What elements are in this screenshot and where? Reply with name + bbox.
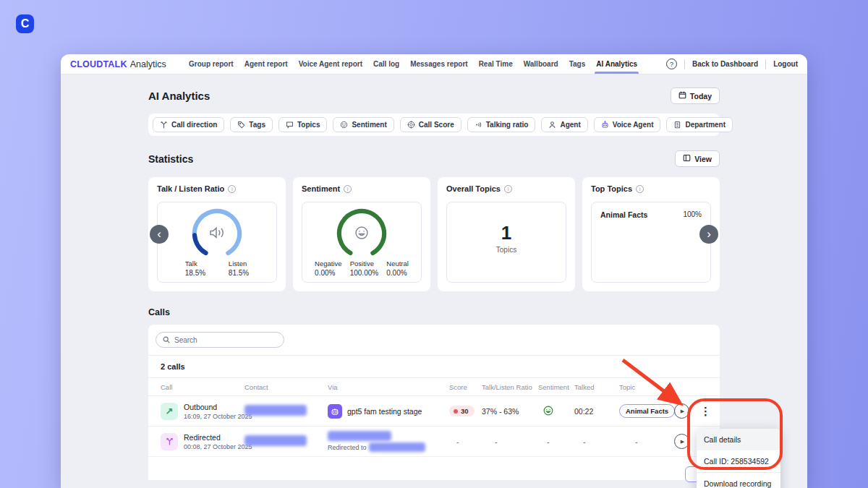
redacted-contact <box>244 435 307 446</box>
topic-badge: Animal Facts <box>619 404 675 418</box>
filter-topics[interactable]: Topics <box>278 117 327 132</box>
filter-agent[interactable]: Agent <box>541 117 587 132</box>
filter-department[interactable]: Department <box>666 117 733 132</box>
nav-messages-report[interactable]: Messages report <box>410 54 467 74</box>
calls-panel: 2 calls Call Contact Via Score Talk/List… <box>148 325 720 480</box>
menu-download-recording[interactable]: Download recording <box>697 473 780 488</box>
help-icon[interactable]: ? <box>666 59 677 69</box>
filter-talking-ratio[interactable]: Talking ratio <box>467 117 536 132</box>
filter-sentiment[interactable]: Sentiment <box>333 117 393 132</box>
card-title: Top Topics <box>591 184 632 193</box>
filter-voice-agent[interactable]: Voice Agent <box>594 117 661 132</box>
redacted-contact <box>244 405 307 416</box>
info-icon[interactable]: i <box>344 185 352 193</box>
col-talked: Talked <box>574 383 619 391</box>
nav-call-log[interactable]: Call log <box>373 54 399 74</box>
filter-call-direction[interactable]: Call direction <box>153 117 224 132</box>
top-topic-value: 100% <box>683 210 702 219</box>
sentiment-empty: - <box>538 437 574 446</box>
info-icon[interactable]: i <box>228 185 236 193</box>
card-title: Sentiment <box>302 184 340 193</box>
menu-call-id[interactable]: Call ID: 258534592 <box>697 450 780 472</box>
nav-real-time[interactable]: Real Time <box>479 54 513 74</box>
view-button[interactable]: View <box>675 150 720 167</box>
nav-voice-agent-report[interactable]: Voice Agent report <box>299 54 362 74</box>
sentiment-card: Sentiment i <box>293 177 430 291</box>
call-row-redirected[interactable]: Redirected 00:08, 27 October 2025 Redire… <box>148 427 720 457</box>
talk-label: Talk <box>185 260 205 267</box>
call-datetime: 00:08, 27 October 2025 <box>184 443 252 450</box>
date-range-button[interactable]: Today <box>671 87 720 104</box>
col-ratio: Talk/Listen Ratio <box>482 383 538 391</box>
calendar-icon <box>678 91 686 100</box>
col-contact: Contact <box>244 383 328 391</box>
smiley-icon <box>354 225 370 244</box>
col-call: Call <box>148 383 244 391</box>
positive-value: 100.00% <box>350 269 378 277</box>
talk-listen-value: 37% - 63% <box>482 407 538 416</box>
cloudtalk-app-icon[interactable]: C <box>16 14 34 33</box>
talked-duration: 00:22 <box>574 407 619 416</box>
score-badge: 30 <box>449 406 475 416</box>
overall-topics-card: Overall Topics i 1 Topics <box>438 177 575 291</box>
redirected-to-label: Redirected to <box>328 444 367 451</box>
call-score-icon <box>407 121 415 129</box>
speaker-icon <box>209 226 225 242</box>
calls-table-header: Call Contact Via Score Talk/Listen Ratio… <box>148 377 720 396</box>
topics-count: 1 <box>501 222 511 244</box>
top-navbar: CLOUDTALK Analytics Group report Agent r… <box>61 54 807 74</box>
info-icon[interactable]: i <box>636 185 644 193</box>
score-dot-icon <box>454 409 458 414</box>
nav-group-report[interactable]: Group report <box>189 54 234 74</box>
carousel-prev-button[interactable]: ‹ <box>150 225 169 244</box>
card-title: Overall Topics <box>446 184 501 193</box>
talk-listen-gauge <box>187 207 247 260</box>
call-row-outbound[interactable]: ↗ Outbound 16:09, 27 October 2025 <box>148 396 720 427</box>
menu-call-details[interactable]: Call details <box>697 429 780 450</box>
sentiment-gauge <box>331 207 392 260</box>
search-input[interactable] <box>174 336 268 344</box>
listen-value: 81.5% <box>229 269 249 277</box>
neutral-label: Neutral <box>386 260 409 267</box>
department-icon <box>673 121 681 129</box>
ratio-empty: - <box>482 437 538 446</box>
sentiment-positive-icon <box>538 405 574 418</box>
statistics-title: Statistics <box>148 153 193 165</box>
talk-value: 18.5% <box>185 269 205 277</box>
info-icon[interactable]: i <box>504 185 512 193</box>
redacted-redirect-target <box>369 442 425 452</box>
nav-agent-report[interactable]: Agent report <box>244 54 288 74</box>
calls-title: Calls <box>148 307 720 317</box>
voice-agent-avatar-icon <box>328 404 342 419</box>
agent-icon <box>548 121 556 129</box>
filter-tags[interactable]: Tags <box>230 117 273 132</box>
nav-ai-analytics[interactable]: AI Analytics <box>596 54 637 74</box>
search-box <box>156 332 284 348</box>
carousel-next-button[interactable]: › <box>699 225 718 244</box>
nav-wallboard[interactable]: Wallboard <box>524 54 558 74</box>
nav-right-controls: ? Back to Dashboard Logout <box>666 54 798 74</box>
play-recording-button[interactable]: ▶ <box>674 403 689 419</box>
card-title: Talk / Listen Ratio <box>157 184 224 193</box>
neutral-value: 0.00% <box>386 269 409 277</box>
negative-label: Negative <box>315 260 342 267</box>
topics-count-label: Topics <box>496 246 516 254</box>
call-direction-icon <box>160 121 168 129</box>
play-recording-button[interactable]: ▶ <box>674 434 689 449</box>
page-title: AI Analytics <box>148 90 210 102</box>
talking-ratio-icon <box>475 121 482 129</box>
brand[interactable]: CLOUDTALK Analytics <box>70 54 189 74</box>
positive-label: Positive <box>350 260 378 267</box>
nav-tags[interactable]: Tags <box>569 54 586 74</box>
listen-label: Listen <box>229 260 249 267</box>
topic-empty: - <box>619 437 674 446</box>
divider <box>684 59 685 69</box>
analytics-window: CLOUDTALK Analytics Group report Agent r… <box>61 54 807 488</box>
logout-link[interactable]: Logout <box>773 60 798 68</box>
row-actions-kebab-icon[interactable]: ⋮ <box>695 405 716 418</box>
brand-logo-text: CLOUDTALK <box>70 59 127 69</box>
call-datetime: 16:09, 27 October 2025 <box>184 413 252 420</box>
back-to-dashboard-link[interactable]: Back to Dashboard <box>692 60 758 68</box>
filter-call-score[interactable]: Call Score <box>400 117 461 132</box>
top-topic-name: Animal Facts <box>600 210 647 219</box>
